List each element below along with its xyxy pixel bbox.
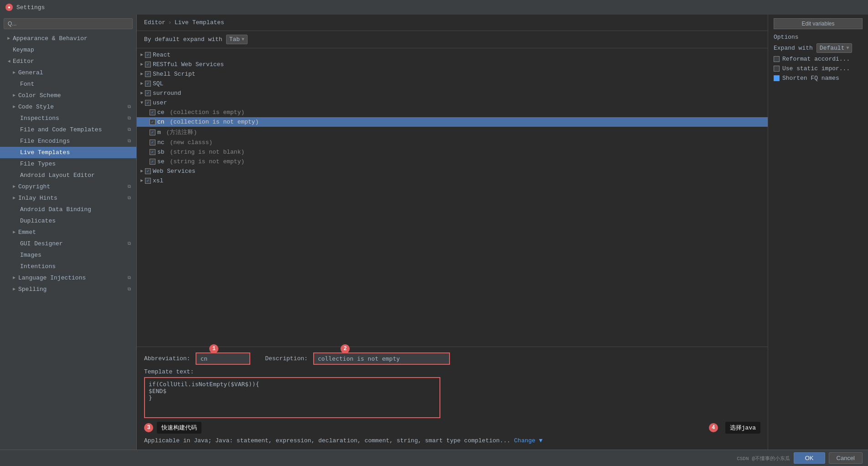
search-input[interactable] (4, 18, 133, 29)
sidebar-item-fileandcode[interactable]: File and Code Templates ⧉ (0, 124, 136, 135)
template-group-sql[interactable]: ► SQL (137, 79, 768, 88)
sidebar-item-intentions[interactable]: Intentions (0, 261, 136, 272)
sidebar-label: Copyright (18, 183, 50, 190)
chevron-down-icon: ▼ (846, 46, 849, 51)
sidebar-item-keymap[interactable]: Keymap (0, 44, 136, 56)
group-label: RESTful Web Services (153, 61, 224, 68)
group-checkbox-react[interactable] (145, 52, 151, 58)
sidebar-item-general[interactable]: ► General (0, 67, 136, 78)
group-label: SQL (153, 80, 163, 87)
arrow-icon: ► (13, 275, 16, 280)
copy-icon: ⧉ (128, 287, 131, 292)
template-group-restful[interactable]: ► RESTful Web Services (137, 60, 768, 69)
item-checkbox-m[interactable] (150, 129, 155, 135)
template-group-react[interactable]: ► React (137, 50, 768, 60)
description-input[interactable] (313, 352, 450, 365)
sidebar-item-androidlayout[interactable]: Android Layout Editor (0, 170, 136, 181)
copy-icon: ⧉ (128, 127, 131, 132)
template-item-m[interactable]: m (方法注释) (137, 127, 768, 138)
sidebar-item-filetypes[interactable]: File Types (0, 158, 136, 170)
sidebar-item-guidesigner[interactable]: GUI Designer ⧉ (0, 238, 136, 249)
breadcrumb-part2: Live Templates (175, 19, 224, 26)
template-item-ce[interactable]: ce (collection is empty) (137, 108, 768, 117)
expand-select-wrapper[interactable]: Tab ▼ (226, 35, 248, 44)
sidebar-item-spelling[interactable]: ► Spelling ⧉ (0, 284, 136, 295)
group-checkbox-restful[interactable] (145, 62, 151, 67)
item-checkbox-cn[interactable] (150, 119, 155, 125)
item-abbr: nc (157, 139, 165, 146)
edit-variables-button[interactable]: Edit variables (774, 18, 863, 29)
option-shorten-fq[interactable]: Shorten FQ names (774, 75, 863, 82)
sidebar-label: Intentions (20, 263, 56, 270)
group-checkbox-shellscript[interactable] (145, 71, 151, 77)
reformat-checkbox[interactable] (774, 56, 780, 62)
template-group-xsl[interactable]: ► xsl (137, 176, 768, 186)
template-textarea[interactable]: if(CollUtil.isNotEmpty($VAR$)){ $END$ } (144, 377, 440, 418)
group-checkbox-surround[interactable] (145, 90, 151, 96)
sidebar-item-images[interactable]: Images (0, 249, 136, 261)
option-reformat[interactable]: Reformat accordi... (774, 56, 863, 62)
template-group-surround[interactable]: ► surround (137, 88, 768, 98)
template-group-webservices[interactable]: ► Web Services (137, 166, 768, 176)
group-checkbox-user[interactable] (145, 100, 151, 106)
change-link[interactable]: Change (514, 437, 536, 444)
watermark: CSDN @不懂事的小东瓜 (737, 455, 790, 462)
sidebar-label: GUI Designer (20, 240, 63, 247)
tooltip-label-4: 选择java (725, 422, 760, 434)
sidebar-label: File Encodings (20, 138, 70, 145)
content-header: Editor › Live Templates (137, 15, 768, 31)
copy-icon: ⧉ (128, 184, 131, 189)
item-checkbox-sb[interactable] (150, 149, 155, 155)
sidebar-item-duplicates[interactable]: Duplicates (0, 215, 136, 227)
template-group-shellscript[interactable]: ► Shell Script (137, 69, 768, 79)
static-import-checkbox[interactable] (774, 66, 780, 72)
form-area: Abbreviation: 1 Description: 2 Template … (137, 347, 768, 450)
group-label: user (153, 99, 167, 106)
group-checkbox-xsl[interactable] (145, 178, 151, 184)
template-item-cn[interactable]: cn (collection is not empty) (137, 117, 768, 127)
expand-with-right-row: Expand with Default ▼ (774, 43, 863, 53)
template-item-se[interactable]: se (string is not empty) (137, 157, 768, 166)
expand-with-right-select[interactable]: Default ▼ (816, 43, 852, 53)
sidebar-label: File and Code Templates (20, 126, 102, 133)
sidebar-item-langinjections[interactable]: ► Language Injections ⧉ (0, 272, 136, 284)
template-item-sb[interactable]: sb (string is not blank) (137, 147, 768, 157)
sidebar-item-editor[interactable]: ▼ Editor (0, 56, 136, 67)
breadcrumb-part1: Editor (144, 19, 165, 26)
item-checkbox-nc[interactable] (150, 140, 155, 145)
sidebar-item-colorscheme[interactable]: ► Color Scheme (0, 90, 136, 101)
badge-3: 3 (144, 423, 153, 432)
sidebar-item-livetemplates[interactable]: Live Templates (0, 147, 136, 158)
sidebar-item-font[interactable]: Font (0, 78, 136, 90)
arrow-icon: ► (13, 93, 16, 98)
sidebar-label: Inspections (20, 115, 59, 122)
options-label: Options (774, 34, 863, 41)
item-checkbox-ce[interactable] (150, 109, 155, 115)
group-label: surround (153, 90, 181, 97)
sidebar-item-androiddata[interactable]: Android Data Binding (0, 204, 136, 215)
sidebar-item-inspections[interactable]: Inspections ⧉ (0, 113, 136, 124)
item-abbr: cn (157, 119, 165, 125)
sidebar-label: Spelling (18, 286, 46, 293)
group-checkbox-sql[interactable] (145, 81, 151, 87)
expand-with-right-label: Expand with (774, 45, 813, 52)
template-item-nc[interactable]: nc (new classs) (137, 138, 768, 147)
item-checkbox-se[interactable] (150, 159, 155, 165)
cancel-button[interactable]: Cancel (829, 452, 863, 464)
sidebar-item-appearance[interactable]: ► Appearance & Behavior (0, 33, 136, 44)
template-group-user[interactable]: ▼ user (137, 98, 768, 108)
sidebar-item-emmet[interactable]: ► Emmet (0, 227, 136, 238)
sidebar-item-fileencodings[interactable]: File Encodings ⧉ (0, 135, 136, 147)
sidebar-item-codestyle[interactable]: ► Code Style ⧉ (0, 101, 136, 113)
group-checkbox-webservices[interactable] (145, 168, 151, 174)
expand-with-label: By default expand with (144, 36, 222, 43)
sidebar-item-copyright[interactable]: ► Copyright ⧉ (0, 181, 136, 192)
ok-button[interactable]: OK (794, 452, 825, 464)
applicable-row: Applicable in Java; Java: statement, exp… (144, 437, 760, 444)
expand-with-row: By default expand with Tab ▼ (137, 31, 768, 48)
abbreviation-input[interactable] (196, 352, 250, 365)
shorten-fq-checkbox[interactable] (774, 75, 780, 81)
item-desc: (方法注释) (163, 128, 197, 136)
sidebar-item-inlayhints[interactable]: ► Inlay Hints ⧉ (0, 192, 136, 204)
option-static-import[interactable]: Use static impor... (774, 65, 863, 72)
